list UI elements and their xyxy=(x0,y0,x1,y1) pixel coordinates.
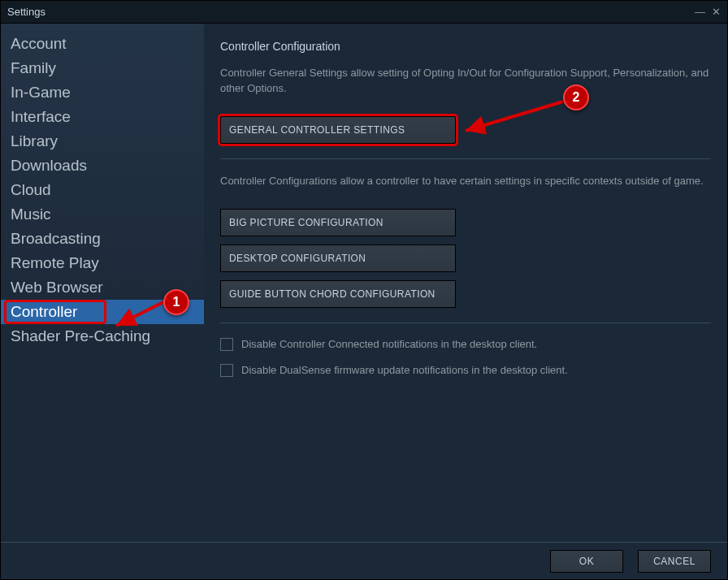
checkbox-icon[interactable] xyxy=(220,364,233,377)
titlebar: Settings — ✕ xyxy=(1,1,727,24)
sidebar-item-label: Downloads xyxy=(11,157,87,175)
sidebar-item-label: Cloud xyxy=(11,181,51,199)
footer: OK CANCEL xyxy=(1,542,727,579)
annotation-arrow-2 xyxy=(456,97,570,137)
checkbox-row-disable-dualsense[interactable]: Disable DualSense firmware update notifi… xyxy=(220,364,711,377)
checkbox-icon[interactable] xyxy=(220,338,233,351)
badge-number: 2 xyxy=(573,90,580,105)
button-label: CANCEL xyxy=(653,556,696,567)
sidebar-item-label: Account xyxy=(11,35,67,53)
sidebar-item-family[interactable]: Family xyxy=(1,56,204,80)
body: Account Family In-Game Interface Library… xyxy=(1,24,727,542)
guide-button-chord-configuration-button[interactable]: GUIDE BUTTON CHORD CONFIGURATION xyxy=(220,280,456,308)
window-title: Settings xyxy=(7,6,46,18)
sidebar-item-label: Library xyxy=(11,132,58,150)
sidebar-item-label: Broadcasting xyxy=(11,230,101,248)
badge-number: 1 xyxy=(173,295,180,309)
big-picture-configuration-button[interactable]: BIG PICTURE CONFIGURATION xyxy=(220,209,456,236)
sidebar-item-label: Family xyxy=(11,59,56,77)
minimize-icon[interactable]: — xyxy=(695,6,705,18)
sidebar-item-remote-play[interactable]: Remote Play xyxy=(1,251,204,275)
close-icon[interactable]: ✕ xyxy=(712,6,721,18)
sidebar-item-in-game[interactable]: In-Game xyxy=(1,80,204,105)
cancel-button[interactable]: CANCEL xyxy=(638,550,711,573)
svg-line-0 xyxy=(116,301,165,326)
section-desc: Controller Configurations allow a contro… xyxy=(220,174,711,189)
button-label: DESKTOP CONFIGURATION xyxy=(229,253,366,264)
sidebar-item-library[interactable]: Library xyxy=(1,129,204,154)
settings-window: Settings — ✕ Account Family In-Game Inte… xyxy=(0,0,728,580)
annotation-step-2-badge: 2 xyxy=(563,84,589,110)
desktop-configuration-button[interactable]: DESKTOP CONFIGURATION xyxy=(220,245,456,272)
sidebar-item-label: Controller xyxy=(11,303,77,321)
ok-button[interactable]: OK xyxy=(550,550,623,573)
sidebar-item-label: Music xyxy=(11,206,51,223)
general-controller-settings-button[interactable]: GENERAL CONTROLLER SETTINGS xyxy=(220,116,456,144)
intro-text: Controller General Settings allow settin… xyxy=(220,66,711,97)
checkbox-label: Disable Controller Connected notificatio… xyxy=(241,338,537,350)
sidebar-item-shader-pre-caching[interactable]: Shader Pre-Caching xyxy=(1,324,204,348)
section-divider xyxy=(220,322,711,323)
sidebar-item-label: Remote Play xyxy=(11,254,99,272)
checkbox-row-disable-connected[interactable]: Disable Controller Connected notificatio… xyxy=(220,338,711,351)
sidebar-item-account[interactable]: Account xyxy=(1,32,204,56)
sidebar-item-label: Interface xyxy=(11,108,71,126)
checkbox-label: Disable DualSense firmware update notifi… xyxy=(241,364,568,376)
section-divider xyxy=(220,158,711,159)
sidebar-item-downloads[interactable]: Downloads xyxy=(1,154,204,178)
sidebar-item-cloud[interactable]: Cloud xyxy=(1,178,204,202)
button-label: GUIDE BUTTON CHORD CONFIGURATION xyxy=(229,288,436,300)
button-label: BIG PICTURE CONFIGURATION xyxy=(229,217,384,228)
button-label: OK xyxy=(579,556,594,567)
annotation-arrow-1 xyxy=(106,293,171,334)
sidebar: Account Family In-Game Interface Library… xyxy=(1,24,204,542)
sidebar-item-music[interactable]: Music xyxy=(1,202,204,227)
button-label: GENERAL CONTROLLER SETTINGS xyxy=(229,124,405,136)
annotation-step-1-badge: 1 xyxy=(163,289,189,315)
sidebar-item-interface[interactable]: Interface xyxy=(1,105,204,129)
page-heading: Controller Configuration xyxy=(220,40,711,53)
window-buttons: — ✕ xyxy=(695,6,721,18)
sidebar-item-label: In-Game xyxy=(11,84,71,102)
svg-line-1 xyxy=(466,102,563,131)
sidebar-item-broadcasting[interactable]: Broadcasting xyxy=(1,227,204,251)
sidebar-item-label: Web Browser xyxy=(11,279,103,296)
